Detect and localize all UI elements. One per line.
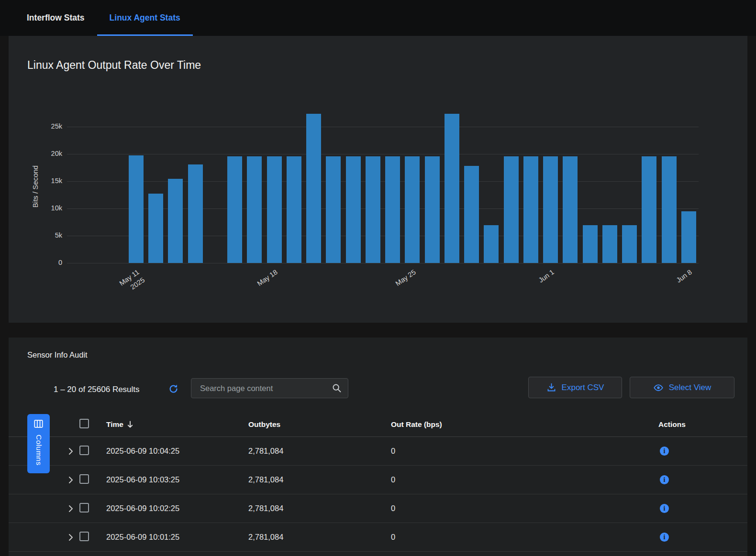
row-checkbox[interactable] xyxy=(79,532,89,541)
column-header-time[interactable]: Time xyxy=(106,420,248,429)
row-checkbox[interactable] xyxy=(79,474,89,484)
columns-button-label: Columns xyxy=(34,435,43,466)
x-tick-label: May 112025 xyxy=(85,268,147,319)
eye-icon xyxy=(653,382,664,393)
chart-bar xyxy=(326,156,341,263)
table-row: 2025-06-09 10:01:252,781,0840i xyxy=(9,523,747,552)
chart-gridline xyxy=(67,127,699,127)
chart-bar xyxy=(622,225,637,263)
chart-bar xyxy=(405,156,420,263)
chart-bar xyxy=(267,156,282,263)
results-count: 1 – 20 of 25606 Results xyxy=(54,385,140,394)
chart-card: Linux Agent Output Rate Over Time Bits /… xyxy=(9,36,747,323)
chart-bar xyxy=(168,179,183,263)
y-tick-label: 20k xyxy=(33,150,62,157)
y-tick-label: 0 xyxy=(33,259,62,266)
cell-outbytes: 2,781,084 xyxy=(248,447,391,456)
column-header-outrate[interactable]: Out Rate (bps) xyxy=(391,420,658,429)
row-info-icon[interactable]: i xyxy=(660,504,669,513)
chart-bar xyxy=(188,164,203,263)
cell-outrate: 0 xyxy=(391,533,658,542)
table-body: 2025-06-09 10:04:252,781,0840i2025-06-09… xyxy=(9,437,747,552)
expand-row-chevron-icon[interactable] xyxy=(68,447,73,455)
export-csv-label: Export CSV xyxy=(562,383,604,392)
search-input[interactable] xyxy=(199,383,332,393)
x-tick-label: Jun 8 xyxy=(638,268,694,311)
expand-row-chevron-icon[interactable] xyxy=(68,505,73,512)
sort-desc-icon[interactable] xyxy=(127,421,133,428)
column-header-outbytes[interactable]: Outbytes xyxy=(248,420,391,429)
columns-button[interactable]: Columns xyxy=(27,414,50,473)
cell-outbytes: 2,781,084 xyxy=(248,504,391,513)
tab-bar: Interflow Stats Linux Agent Stats xyxy=(0,0,756,36)
cell-time: 2025-06-09 10:03:25 xyxy=(106,475,248,484)
bar-chart: 05k10k15k20k25kMay 112025May 18May 25Jun… xyxy=(67,112,699,263)
audit-table: Time Outbytes Out Rate (bps) Actions 202… xyxy=(9,412,747,552)
select-view-button[interactable]: Select View xyxy=(630,377,734,398)
chart-bar xyxy=(681,211,696,263)
column-header-actions: Actions xyxy=(658,420,747,429)
chart-gridline xyxy=(67,181,699,182)
search-box xyxy=(191,378,348,398)
audit-card: Sensor Info Audit 1 – 20 of 25606 Result… xyxy=(9,338,747,556)
chart-bar xyxy=(583,225,598,263)
chart-bar xyxy=(642,156,656,263)
chart-bar xyxy=(484,225,499,263)
refresh-icon xyxy=(168,383,179,394)
chart-bar xyxy=(148,194,163,263)
refresh-button[interactable] xyxy=(167,383,180,396)
expand-row-chevron-icon[interactable] xyxy=(68,534,73,541)
chart-bar xyxy=(306,114,321,263)
row-checkbox[interactable] xyxy=(79,446,89,455)
search-icon[interactable] xyxy=(332,383,342,393)
chart-bar xyxy=(346,156,361,263)
chart-bar xyxy=(563,156,578,263)
row-info-icon[interactable]: i xyxy=(660,533,669,542)
y-tick-label: 5k xyxy=(33,231,62,239)
export-csv-button[interactable]: Export CSV xyxy=(528,377,622,398)
cell-outrate: 0 xyxy=(391,475,658,484)
chart-bar xyxy=(129,155,144,263)
chart-bar xyxy=(662,156,677,263)
row-info-icon[interactable]: i xyxy=(660,475,669,484)
chart-bar xyxy=(504,156,519,263)
select-view-label: Select View xyxy=(669,383,712,392)
chart-bar xyxy=(445,114,459,263)
cell-outrate: 0 xyxy=(391,447,658,456)
cell-outbytes: 2,781,084 xyxy=(248,533,391,542)
tab-linux-agent-stats[interactable]: Linux Agent Stats xyxy=(97,0,193,36)
row-info-icon[interactable]: i xyxy=(660,447,669,456)
x-tick-label: Jun 1 xyxy=(500,268,556,311)
chart-bar xyxy=(227,156,242,263)
table-row: 2025-06-09 10:04:252,781,0840i xyxy=(9,437,747,466)
y-axis-label: Bits / Second xyxy=(31,165,39,207)
chart-bar xyxy=(602,225,617,263)
time-header-label: Time xyxy=(106,420,123,429)
cell-outbytes: 2,781,084 xyxy=(248,475,391,484)
table-header-row: Time Outbytes Out Rate (bps) Actions xyxy=(9,412,747,437)
table-row: 2025-06-09 10:02:252,781,0840i xyxy=(9,494,747,523)
y-tick-label: 10k xyxy=(33,204,62,212)
chart-title: Linux Agent Output Rate Over Time xyxy=(27,59,201,72)
select-all-checkbox[interactable] xyxy=(79,419,89,428)
download-icon xyxy=(546,382,556,392)
cell-time: 2025-06-09 10:02:25 xyxy=(106,504,248,513)
chart-gridline xyxy=(67,154,699,154)
x-tick-label: May 18 xyxy=(223,268,280,311)
row-checkbox[interactable] xyxy=(79,503,89,512)
audit-section-title: Sensor Info Audit xyxy=(27,350,88,360)
chart-bar xyxy=(385,156,400,263)
chart-bar xyxy=(425,156,440,263)
cell-time: 2025-06-09 10:04:25 xyxy=(106,447,248,456)
x-tick-label: May 25 xyxy=(361,268,418,311)
cell-time: 2025-06-09 10:01:25 xyxy=(106,533,248,542)
columns-icon xyxy=(33,419,44,430)
chart-bar xyxy=(543,156,558,263)
expand-row-chevron-icon[interactable] xyxy=(68,476,73,484)
chart-bar xyxy=(287,156,301,263)
chart-bar xyxy=(464,166,479,263)
tab-interflow-stats[interactable]: Interflow Stats xyxy=(14,0,97,36)
chart-bar xyxy=(523,156,538,263)
y-tick-label: 25k xyxy=(33,122,62,130)
cell-outrate: 0 xyxy=(391,504,658,513)
